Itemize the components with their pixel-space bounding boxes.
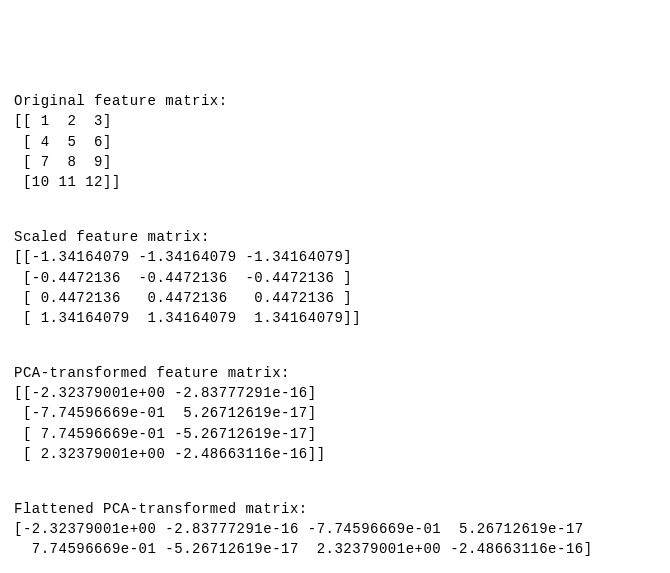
section-pca: PCA-transformed feature matrix: [[-2.323… (14, 363, 656, 464)
section-scaled: Scaled feature matrix: [[-1.34164079 -1.… (14, 227, 656, 328)
section-original: Original feature matrix: [[ 1 2 3] [ 4 5… (14, 91, 656, 192)
section-flattened: Flattened PCA-transformed matrix: [-2.32… (14, 499, 656, 560)
